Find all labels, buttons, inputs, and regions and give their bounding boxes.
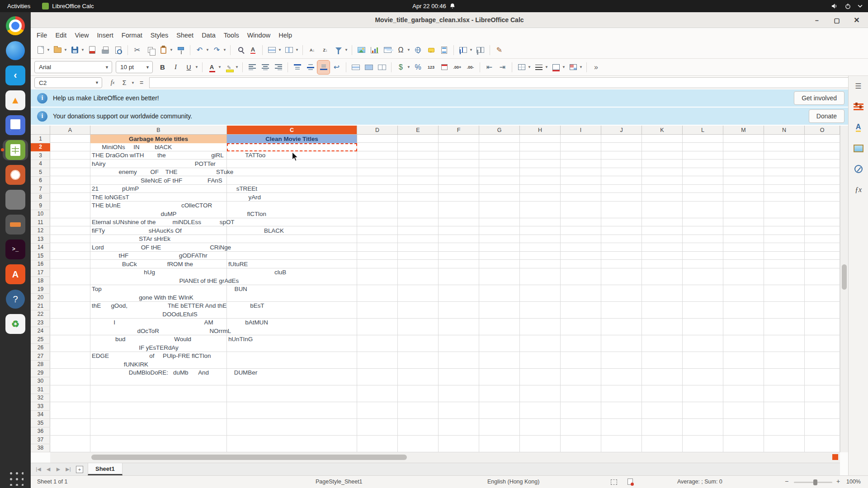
power-icon[interactable] xyxy=(844,3,851,9)
cell-B15[interactable]: tHF gODFAThr xyxy=(92,252,208,260)
row-header-8[interactable]: 8 xyxy=(31,193,50,202)
row-header-19[interactable]: 19 xyxy=(31,285,50,294)
format-as-currency-button[interactable]: $▼ xyxy=(395,61,411,74)
align-center-button[interactable] xyxy=(259,61,271,74)
sheet-count-status[interactable]: Sheet 1 of 1 xyxy=(37,479,67,485)
row-header-28[interactable]: 28 xyxy=(31,361,50,369)
horizontal-scrollbar-thumb[interactable] xyxy=(91,455,407,460)
menu-tools[interactable]: Tools xyxy=(220,30,243,41)
cell-B16[interactable]: BuCk fROM the fUtuRE xyxy=(92,260,248,269)
row-header-20[interactable]: 20 xyxy=(31,294,50,302)
find-and-replace-button[interactable] xyxy=(234,43,246,57)
close-button[interactable]: ✕ xyxy=(852,16,862,24)
italic-button[interactable]: I xyxy=(170,61,182,74)
highlighting-color-button[interactable]: ✎▼ xyxy=(223,61,239,74)
cell-B6[interactable]: SileNcE oF tHF FAnS xyxy=(92,177,222,185)
dock-item-terminal[interactable]: >_ xyxy=(3,239,28,260)
language-status[interactable]: English (Hong Kong) xyxy=(487,479,539,485)
row-header-10[interactable]: 10 xyxy=(31,210,50,219)
dock-item-trash[interactable]: ♻ xyxy=(3,314,28,334)
previous-sheet-icon[interactable]: ◀ xyxy=(43,466,53,472)
row-header-22[interactable]: 22 xyxy=(31,310,50,319)
maximize-button[interactable]: ▢ xyxy=(832,17,842,24)
row-header-18[interactable]: 18 xyxy=(31,277,50,286)
font-color-button[interactable]: A▼ xyxy=(206,61,222,74)
chevron-down-icon[interactable] xyxy=(858,5,863,8)
next-sheet-icon[interactable]: ▶ xyxy=(53,466,63,472)
column-header-L[interactable]: L xyxy=(683,126,723,135)
undo-button[interactable]: ↶▼ xyxy=(193,43,210,57)
name-box[interactable]: C2 ▼ xyxy=(34,77,102,88)
clock[interactable]: Apr 22 00:46 xyxy=(412,3,446,9)
column-header-O[interactable]: O xyxy=(805,126,840,135)
save-button[interactable]: ▼ xyxy=(69,43,85,57)
toolbar-overflow-button[interactable]: » xyxy=(590,61,602,74)
chevron-down-icon[interactable]: ▼ xyxy=(407,65,410,69)
cell-B9[interactable]: THE bUnE cOlleCTOR xyxy=(92,202,212,210)
dock-item-app-grid[interactable] xyxy=(3,467,28,488)
last-sheet-icon[interactable]: ▶| xyxy=(63,466,73,472)
wrap-text-button[interactable]: ↩ xyxy=(330,61,343,74)
cell-B29[interactable]: DuMBloDoRE: duMb And DUMBer xyxy=(92,369,257,377)
chevron-down-icon[interactable]: ▼ xyxy=(469,48,473,52)
row-header-13[interactable]: 13 xyxy=(31,235,50,244)
dock-item-libreoffice-impress[interactable] xyxy=(3,164,28,185)
row-header-29[interactable]: 29 xyxy=(31,369,50,377)
row-header-14[interactable]: 14 xyxy=(31,244,50,252)
column-header-C[interactable]: C xyxy=(227,126,357,135)
titlebar[interactable]: Movie_title_garbage_clean.xlsx - LibreOf… xyxy=(31,12,868,28)
chevron-down-icon[interactable]: ▼ xyxy=(206,48,209,52)
chevron-down-icon[interactable]: ▼ xyxy=(579,65,583,69)
increase-indent-button[interactable]: ⇥ xyxy=(496,61,509,74)
selection-mode-icon[interactable] xyxy=(611,479,617,485)
border-style-button[interactable]: ▼ xyxy=(533,61,549,74)
paste-button[interactable]: ▼ xyxy=(157,43,174,57)
minimize-button[interactable]: – xyxy=(812,17,822,24)
row-header-9[interactable]: 9 xyxy=(31,202,50,210)
horizontal-scrollbar[interactable] xyxy=(50,452,840,463)
chevron-down-icon[interactable]: ▼ xyxy=(81,48,85,52)
row-header-23[interactable]: 23 xyxy=(31,319,50,327)
tab-sheet1[interactable]: Sheet1 xyxy=(88,463,123,475)
chevron-down-icon[interactable]: ▼ xyxy=(223,48,226,52)
menu-help[interactable]: Help xyxy=(274,30,296,41)
dock-item-libreoffice-calc[interactable] xyxy=(3,140,28,160)
cell-B8[interactable]: ThE loNGEsT yArd xyxy=(92,193,261,202)
row-header-33[interactable]: 33 xyxy=(31,402,50,411)
row-header-3[interactable]: 3 xyxy=(31,151,50,160)
first-sheet-icon[interactable]: |◀ xyxy=(33,466,43,472)
chevron-down-icon[interactable]: ▼ xyxy=(295,48,299,52)
row-header-21[interactable]: 21 xyxy=(31,302,50,310)
bold-button[interactable]: B xyxy=(156,61,169,74)
column-header-H[interactable]: H xyxy=(520,126,561,135)
cell-B28[interactable]: fUNKIRK xyxy=(92,361,148,369)
cell-B19[interactable]: Top BUN xyxy=(92,285,247,294)
menu-format[interactable]: Format xyxy=(118,30,146,41)
cell-B12[interactable]: fiFTy sHAucKs Of BLACK xyxy=(92,227,284,235)
cell-B14[interactable]: Lord OF tHE CRiNge xyxy=(92,244,231,252)
row-header-26[interactable]: 26 xyxy=(31,344,50,352)
selected-cell-C2[interactable] xyxy=(227,143,357,152)
column-header-E[interactable]: E xyxy=(398,126,439,135)
format-as-percent-button[interactable]: % xyxy=(412,61,424,74)
menu-insert[interactable]: Insert xyxy=(93,30,118,41)
row-header-31[interactable]: 31 xyxy=(31,385,50,394)
row-header-5[interactable]: 5 xyxy=(31,168,50,177)
document-modified-icon[interactable] xyxy=(627,479,633,485)
select-all-corner[interactable] xyxy=(31,126,50,135)
border-color-button[interactable]: ▼ xyxy=(550,61,566,74)
chevron-down-icon[interactable]: ▼ xyxy=(407,48,410,52)
row-header-12[interactable]: 12 xyxy=(31,227,50,235)
dock-item-ubuntu-software[interactable]: A xyxy=(3,264,28,285)
insert-special-character-button[interactable]: Ω▼ xyxy=(395,43,411,57)
zoom-in-icon[interactable]: + xyxy=(836,478,840,485)
vertical-scrollbar-thumb[interactable] xyxy=(842,264,847,290)
chevron-down-icon[interactable]: ▼ xyxy=(344,48,348,52)
freeze-rows-and-columns-button[interactable]: ▼ xyxy=(457,43,473,57)
cell-B11[interactable]: Eternal sUNshine of the miNDLEss spOT xyxy=(92,218,235,227)
insert-row-button[interactable]: ▼ xyxy=(266,43,282,57)
row-header-16[interactable]: 16 xyxy=(31,260,50,269)
column-header-N[interactable]: N xyxy=(764,126,805,135)
row-header-25[interactable]: 25 xyxy=(31,335,50,344)
row-header-37[interactable]: 37 xyxy=(31,436,50,444)
